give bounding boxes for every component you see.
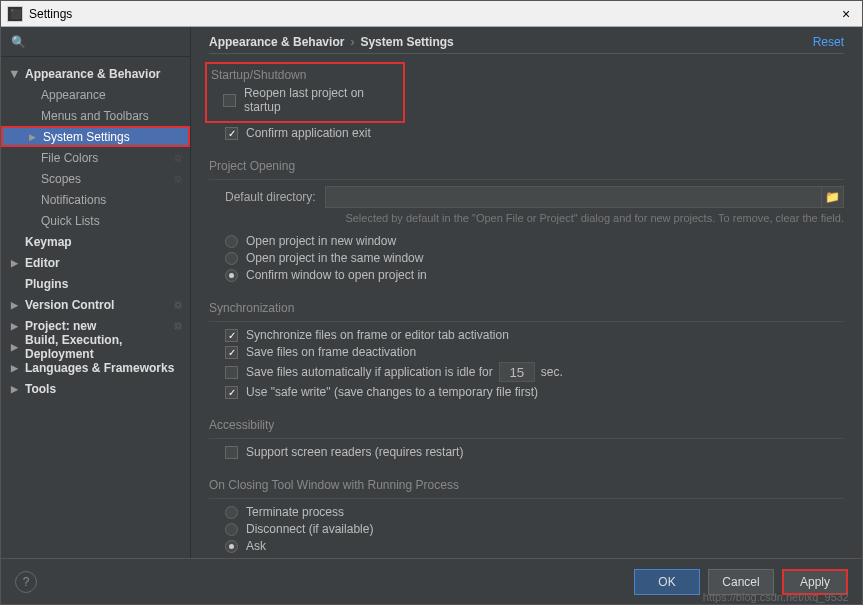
label-save-idle-b: sec. bbox=[541, 365, 563, 379]
label-save-idle-a: Save files automatically if application … bbox=[246, 365, 493, 379]
row-default-dir: Default directory: 📁 bbox=[225, 186, 844, 208]
section-sync: Synchronization Synchronize files on fra… bbox=[209, 295, 844, 402]
label-confirm-exit: Confirm application exit bbox=[246, 126, 371, 140]
checkbox-save-idle[interactable] bbox=[225, 366, 238, 379]
tree-item-label: File Colors bbox=[41, 151, 98, 165]
tree-item-label: Appearance bbox=[41, 88, 106, 102]
tree-item-label: Languages & Frameworks bbox=[25, 361, 174, 375]
row-open-same: Open project in the same window bbox=[225, 251, 844, 265]
radio-disconnect[interactable] bbox=[225, 523, 238, 536]
tree-item-appearance[interactable]: Appearance bbox=[1, 84, 190, 105]
tree-item-version-control[interactable]: ▶Version Control⛭ bbox=[1, 294, 190, 315]
tree-item-label: Plugins bbox=[25, 277, 68, 291]
settings-tree: ▶Appearance & BehaviorAppearanceMenus an… bbox=[1, 57, 190, 558]
tree-item-system-settings[interactable]: ▶System Settings bbox=[1, 126, 190, 147]
radio-terminate[interactable] bbox=[225, 506, 238, 519]
caret-icon[interactable]: ▶ bbox=[11, 321, 18, 331]
label-sync-frame: Synchronize files on frame or editor tab… bbox=[246, 328, 509, 342]
tree-item-editor[interactable]: ▶Editor bbox=[1, 252, 190, 273]
tree-item-quick-lists[interactable]: Quick Lists bbox=[1, 210, 190, 231]
tree-item-notifications[interactable]: Notifications bbox=[1, 189, 190, 210]
section-a11y: Accessibility Support screen readers (re… bbox=[209, 412, 844, 462]
row-screen-readers: Support screen readers (requires restart… bbox=[225, 445, 844, 459]
checkbox-confirm-exit[interactable] bbox=[225, 127, 238, 140]
config-icon: ⛭ bbox=[173, 152, 184, 164]
tree-item-build-execution-deployment[interactable]: ▶Build, Execution, Deployment bbox=[1, 336, 190, 357]
settings-window: ⬛ Settings × 🔍 ▶Appearance & BehaviorApp… bbox=[0, 0, 863, 605]
crumb-root[interactable]: Appearance & Behavior bbox=[209, 35, 344, 49]
section-title-startup: Startup/Shutdown bbox=[211, 68, 403, 82]
tree-item-menus-and-toolbars[interactable]: Menus and Toolbars bbox=[1, 105, 190, 126]
tree-item-label: Project: new bbox=[25, 319, 96, 333]
tree-item-scopes[interactable]: Scopes⛭ bbox=[1, 168, 190, 189]
checkbox-sync-frame[interactable] bbox=[225, 329, 238, 342]
tree-item-label: Quick Lists bbox=[41, 214, 100, 228]
help-button[interactable]: ? bbox=[15, 571, 37, 593]
caret-icon[interactable]: ▶ bbox=[11, 258, 18, 268]
input-default-dir[interactable] bbox=[325, 186, 822, 208]
checkbox-save-frame[interactable] bbox=[225, 346, 238, 359]
label-save-frame: Save files on frame deactivation bbox=[246, 345, 416, 359]
caret-icon[interactable]: ▶ bbox=[11, 363, 18, 373]
radio-open-same[interactable] bbox=[225, 252, 238, 265]
tree-item-label: System Settings bbox=[43, 130, 130, 144]
tree-item-label: Scopes bbox=[41, 172, 81, 186]
row-confirm-exit: Confirm application exit bbox=[225, 126, 844, 140]
checkbox-safe-write[interactable] bbox=[225, 386, 238, 399]
label-open-same: Open project in the same window bbox=[246, 251, 423, 265]
app-icon: ⬛ bbox=[7, 6, 23, 22]
caret-icon[interactable]: ▶ bbox=[11, 342, 18, 352]
tree-item-label: Menus and Toolbars bbox=[41, 109, 149, 123]
row-save-frame: Save files on frame deactivation bbox=[225, 345, 844, 359]
radio-open-new[interactable] bbox=[225, 235, 238, 248]
row-open-new: Open project in new window bbox=[225, 234, 844, 248]
close-icon[interactable]: × bbox=[836, 6, 856, 22]
row-open-confirm: Confirm window to open project in bbox=[225, 268, 844, 282]
search-input[interactable] bbox=[30, 35, 180, 49]
ok-button[interactable]: OK bbox=[634, 569, 700, 595]
checkbox-reopen[interactable] bbox=[223, 94, 236, 107]
checkbox-screen-readers[interactable] bbox=[225, 446, 238, 459]
tree-item-languages-frameworks[interactable]: ▶Languages & Frameworks bbox=[1, 357, 190, 378]
caret-icon[interactable]: ▶ bbox=[10, 70, 20, 77]
watermark: https://blog.csdn.net/lxq_9532 bbox=[703, 591, 849, 603]
caret-icon[interactable]: ▶ bbox=[11, 384, 18, 394]
tree-item-label: Tools bbox=[25, 382, 56, 396]
section-title-a11y: Accessibility bbox=[209, 418, 844, 439]
tree-item-label: Notifications bbox=[41, 193, 106, 207]
row-sync-frame: Synchronize files on frame or editor tab… bbox=[225, 328, 844, 342]
label-open-confirm: Confirm window to open project in bbox=[246, 268, 427, 282]
reset-link[interactable]: Reset bbox=[813, 35, 844, 49]
radio-open-confirm[interactable] bbox=[225, 269, 238, 282]
search-row: 🔍 bbox=[1, 27, 190, 57]
label-screen-readers: Support screen readers (requires restart… bbox=[246, 445, 463, 459]
section-closing: On Closing Tool Window with Running Proc… bbox=[209, 472, 844, 556]
tree-item-file-colors[interactable]: File Colors⛭ bbox=[1, 147, 190, 168]
label-disconnect: Disconnect (if available) bbox=[246, 522, 373, 536]
tree-item-appearance-behavior[interactable]: ▶Appearance & Behavior bbox=[1, 63, 190, 84]
hint-default-dir: Selected by default in the "Open File or… bbox=[329, 212, 844, 224]
section-title-sync: Synchronization bbox=[209, 301, 844, 322]
radio-ask[interactable] bbox=[225, 540, 238, 553]
window-body: 🔍 ▶Appearance & BehaviorAppearanceMenus … bbox=[1, 27, 862, 558]
input-idle-seconds[interactable] bbox=[499, 362, 535, 382]
browse-folder-icon[interactable]: 📁 bbox=[822, 186, 844, 208]
config-icon: ⛭ bbox=[173, 299, 184, 311]
caret-icon[interactable]: ▶ bbox=[11, 300, 18, 310]
row-safe-write: Use "safe write" (save changes to a temp… bbox=[225, 385, 844, 399]
tree-item-keymap[interactable]: Keymap bbox=[1, 231, 190, 252]
row-disconnect: Disconnect (if available) bbox=[225, 522, 844, 536]
row-terminate: Terminate process bbox=[225, 505, 844, 519]
sidebar: 🔍 ▶Appearance & BehaviorAppearanceMenus … bbox=[1, 27, 191, 558]
tree-item-tools[interactable]: ▶Tools bbox=[1, 378, 190, 399]
breadcrumb: Appearance & Behavior › System Settings … bbox=[209, 35, 844, 54]
config-icon: ⛭ bbox=[173, 320, 184, 332]
caret-icon[interactable]: ▶ bbox=[29, 132, 36, 142]
tree-item-plugins[interactable]: Plugins bbox=[1, 273, 190, 294]
content-panel: Appearance & Behavior › System Settings … bbox=[191, 27, 862, 558]
config-icon: ⛭ bbox=[173, 173, 184, 185]
row-save-idle: Save files automatically if application … bbox=[225, 362, 844, 382]
row-reopen: Reopen last project on startup bbox=[223, 86, 403, 114]
label-reopen: Reopen last project on startup bbox=[244, 86, 403, 114]
section-title-closing: On Closing Tool Window with Running Proc… bbox=[209, 478, 844, 499]
